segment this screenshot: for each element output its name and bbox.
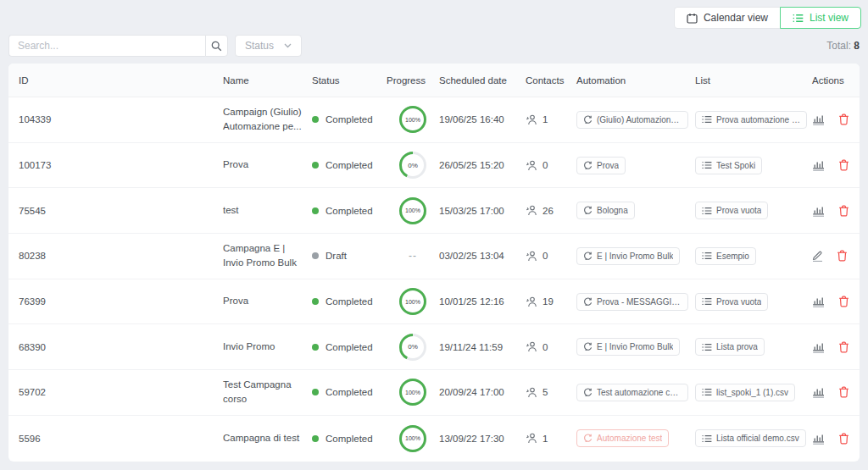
automation-label: Prova - MESSAGGIO ...: [597, 297, 682, 307]
scheduled-date: 13/09/22 17:30: [439, 434, 526, 444]
status-dot: [312, 298, 319, 305]
users-icon: [526, 341, 537, 352]
list-cell: Prova vuota: [695, 202, 812, 219]
list-icon: [702, 161, 712, 169]
list-view-label: List view: [810, 12, 849, 24]
users-icon: [526, 296, 537, 307]
list-view-button[interactable]: List view: [780, 7, 861, 29]
list-icon: [702, 207, 712, 215]
automation-icon: [583, 161, 593, 170]
trash-icon: [837, 250, 848, 262]
contacts-cell: 5: [526, 387, 576, 398]
status-cell: Draft: [312, 251, 387, 261]
progress-value: 0%: [398, 151, 427, 180]
search-input[interactable]: [8, 35, 205, 57]
search-group: [8, 35, 228, 57]
scheduled-date: 19/11/24 11:59: [439, 342, 526, 352]
automation-label: E | Invio Promo Bulk: [597, 252, 673, 261]
users-icon: [526, 251, 537, 262]
actions-cell: [812, 341, 860, 353]
automation-label: Automazione test: [597, 434, 662, 443]
contacts-cell: 1: [526, 433, 576, 444]
status-label: Completed: [326, 387, 373, 397]
trash-icon: [838, 113, 849, 125]
bar-chart-icon: [812, 433, 825, 445]
users-icon: [526, 205, 537, 216]
progress-cell: 100% 100%: [387, 287, 439, 316]
pencil-icon: [812, 250, 823, 262]
status-label: Completed: [326, 114, 373, 124]
status-dot: [312, 207, 319, 214]
contacts-count: 0: [542, 160, 548, 170]
delete-button[interactable]: [838, 159, 849, 171]
status-cell: Completed: [312, 160, 387, 170]
progress-ring: 0%: [398, 333, 427, 362]
list-cell: Prova automazione M...: [695, 111, 812, 129]
stats-button[interactable]: [812, 296, 825, 307]
trash-icon: [838, 296, 849, 307]
campaign-name: Campagna di test: [223, 431, 312, 445]
delete-button[interactable]: [838, 386, 849, 398]
delete-button[interactable]: [838, 205, 849, 217]
campaign-id: 100173: [19, 160, 223, 170]
delete-button[interactable]: [838, 296, 849, 307]
bar-chart-icon: [812, 113, 825, 125]
column-header-status: Status: [312, 75, 387, 86]
contacts-cell: 0: [526, 341, 576, 352]
progress-ring: 0%: [398, 151, 427, 180]
automation-badge: E | Invio Promo Bulk: [576, 247, 680, 265]
stats-button[interactable]: [812, 113, 825, 125]
stats-button[interactable]: [812, 205, 825, 217]
edit-button[interactable]: [812, 250, 823, 262]
automation-cell: (Giulio) Automazione ...: [576, 111, 695, 129]
search-icon: [211, 41, 222, 52]
column-header-scheduled-date: Scheduled date: [439, 75, 526, 86]
delete-button[interactable]: [838, 113, 849, 125]
automation-icon: [583, 252, 593, 261]
search-button[interactable]: [205, 35, 228, 57]
delete-button[interactable]: [838, 433, 849, 445]
progress-cell: 100% 100%: [387, 424, 439, 453]
delete-button[interactable]: [838, 341, 849, 353]
column-header-actions: Actions: [812, 75, 860, 86]
automation-badge: Test automazione corso: [576, 384, 688, 401]
status-dot: [312, 389, 319, 395]
table-row: 75545 test Completed 100% 100% 15/03/25 …: [8, 188, 860, 234]
automation-icon: [583, 115, 593, 124]
list-label: list_spoki_1 (1).csv: [716, 388, 788, 397]
campaign-name: Test Campagna corso: [223, 378, 312, 407]
automation-badge: (Giulio) Automazione ...: [576, 111, 688, 129]
column-header-contacts: Contacts: [526, 75, 576, 86]
progress-cell: 0% 0%: [387, 151, 439, 180]
list-cell: Lista prova: [695, 338, 812, 356]
automation-label: (Giulio) Automazione ...: [597, 115, 682, 124]
view-toggle: Calendar view List view: [674, 7, 861, 29]
users-icon: [526, 114, 537, 125]
progress-value: 100%: [398, 196, 427, 225]
stats-button[interactable]: [812, 341, 825, 353]
stats-button[interactable]: [812, 159, 825, 171]
delete-button[interactable]: [837, 250, 848, 262]
campaign-name: Invio Promo: [223, 340, 312, 354]
calendar-view-label: Calendar view: [704, 12, 768, 24]
automation-cell: Automazione test: [576, 429, 695, 447]
users-icon: [526, 160, 537, 171]
status-dot: [312, 116, 319, 123]
status-filter-select[interactable]: Status: [235, 35, 302, 57]
status-label: Completed: [326, 160, 373, 170]
contacts-count: 19: [542, 296, 554, 307]
stats-button[interactable]: [812, 386, 825, 398]
list-cell: Prova vuota: [695, 293, 812, 311]
automation-badge: Automazione test: [576, 429, 669, 447]
column-header-id: ID: [19, 75, 223, 86]
contacts-count: 0: [542, 251, 548, 261]
trash-icon: [838, 205, 849, 217]
campaigns-table: ID Name Status Progress Scheduled date C…: [8, 64, 860, 462]
status-label: Completed: [326, 342, 373, 352]
calendar-view-button[interactable]: Calendar view: [674, 7, 781, 29]
campaign-id: 68390: [19, 342, 223, 352]
list-label: Lista prova: [716, 342, 758, 351]
actions-cell: [812, 386, 860, 398]
stats-button[interactable]: [812, 433, 825, 445]
table-header: ID Name Status Progress Scheduled date C…: [8, 64, 860, 97]
